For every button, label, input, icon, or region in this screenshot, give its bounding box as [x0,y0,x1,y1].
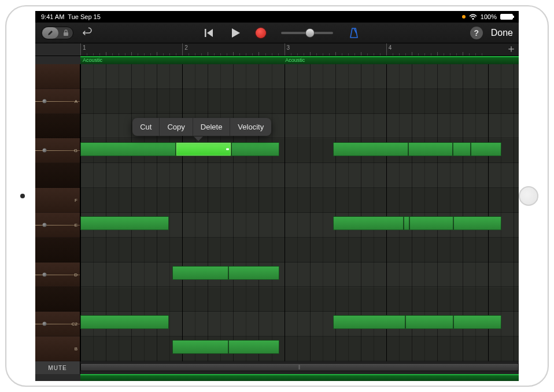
context-menu-item[interactable]: Velocity [230,118,271,136]
fret-label: G [74,148,77,153]
fret-dot-icon [43,149,47,153]
midi-note[interactable] [404,216,409,230]
fret-row: A [35,89,80,114]
midi-note[interactable] [453,216,501,230]
battery-percent: 100% [481,13,497,20]
midi-note[interactable] [453,315,501,329]
screen: 9:41 AM Tue Sep 15 100% [35,11,519,381]
region-gutter [35,56,80,64]
add-bar-button[interactable]: ＋ [506,45,516,53]
midi-note[interactable] [172,340,228,354]
svg-rect-1 [205,29,206,37]
grid-row [80,163,519,188]
fret-row: C2 [35,312,80,336]
midi-note[interactable] [453,142,470,156]
fret-label: E [75,222,77,227]
view-toggle[interactable] [41,27,73,39]
metronome-button[interactable] [348,27,360,39]
grid-row [80,188,519,213]
status-time: 9:41 AM [41,13,64,20]
grid-row [80,238,519,262]
fret-label: B [75,346,77,352]
pencil-icon [42,27,58,39]
grid-row [80,262,519,287]
midi-note[interactable] [333,216,404,230]
help-label: ? [474,28,479,38]
midi-note[interactable] [80,142,176,156]
region-block[interactable]: Acoustic [283,56,519,64]
fret-dot-icon [43,223,47,227]
toolbar: ? Done [35,23,519,43]
ruler-gutter [35,43,80,56]
rewind-button[interactable] [205,28,216,38]
midi-note[interactable] [333,142,408,156]
svg-rect-0 [64,32,68,36]
ruler-row: ＋ 1234 [35,43,519,56]
region-header: AcousticAcoustic [35,56,519,64]
fret-row: E [35,213,80,238]
undo-button[interactable] [82,27,94,39]
done-button[interactable]: Done [491,28,513,38]
ipad-frame: 9:41 AM Tue Sep 15 100% [5,5,549,387]
context-menu-arrow-icon [194,136,203,141]
grid-row [80,64,519,89]
fret-dot-icon [43,99,47,103]
slider-thumb[interactable] [305,28,315,38]
help-button[interactable]: ? [470,27,483,39]
fret-label: D [74,272,77,277]
midi-note[interactable] [176,142,231,156]
grid-row [80,336,519,361]
grid-row [80,287,519,312]
fret-row [35,163,80,188]
region-track[interactable]: AcousticAcoustic [80,56,519,64]
fret-dot-icon [43,272,47,276]
front-camera [20,194,25,198]
fret-row: D [35,262,80,287]
bar-marker: 3 [285,43,290,56]
midi-note[interactable] [231,142,279,156]
fret-label: C2 [72,321,77,327]
battery-icon [500,14,513,20]
midi-note[interactable] [408,142,453,156]
midi-note[interactable] [409,216,453,230]
midi-note[interactable] [80,315,169,329]
footer-row: MUTE [35,361,519,374]
fret-label: F [75,198,77,203]
master-volume-slider[interactable] [281,32,333,34]
fret-row [35,287,80,312]
fret-dot-icon [43,322,47,326]
context-menu-item[interactable]: Delete [193,118,231,136]
record-button[interactable] [256,28,266,38]
midi-note[interactable] [333,315,406,329]
midi-note[interactable] [471,142,501,156]
fret-row [35,64,80,89]
privacy-indicator-icon [462,15,466,19]
mute-button[interactable]: MUTE [35,361,80,374]
horizontal-scrollbar[interactable] [80,361,519,374]
midi-note[interactable] [228,266,279,280]
overview-strip [35,374,519,381]
fret-row: G [35,138,80,163]
midi-note[interactable] [172,266,228,280]
midi-note[interactable] [80,216,169,230]
fret-row: B [35,336,80,361]
midi-note[interactable] [228,340,279,354]
bar-marker: 1 [80,43,86,56]
fretboard: AGFEDC2B [35,64,80,361]
context-menu: CutCopyDeleteVelocity [132,118,271,136]
midi-note[interactable] [405,315,453,329]
status-date: Tue Sep 15 [68,13,100,20]
context-menu-item[interactable]: Cut [132,118,160,136]
fret-row: F [35,188,80,213]
scrollbar-thumb[interactable] [80,363,519,371]
editor: AGFEDC2B CutCopyDeleteVelocity [35,64,519,361]
note-grid[interactable]: CutCopyDeleteVelocity [80,64,519,361]
home-button[interactable] [519,186,538,206]
bar-marker: 2 [182,43,188,56]
region-block[interactable]: Acoustic [80,56,283,64]
status-bar: 9:41 AM Tue Sep 15 100% [35,11,519,23]
fret-row [35,114,80,139]
context-menu-item[interactable]: Copy [160,118,193,136]
play-button[interactable] [231,28,241,38]
ruler[interactable]: ＋ 1234 [80,43,519,56]
